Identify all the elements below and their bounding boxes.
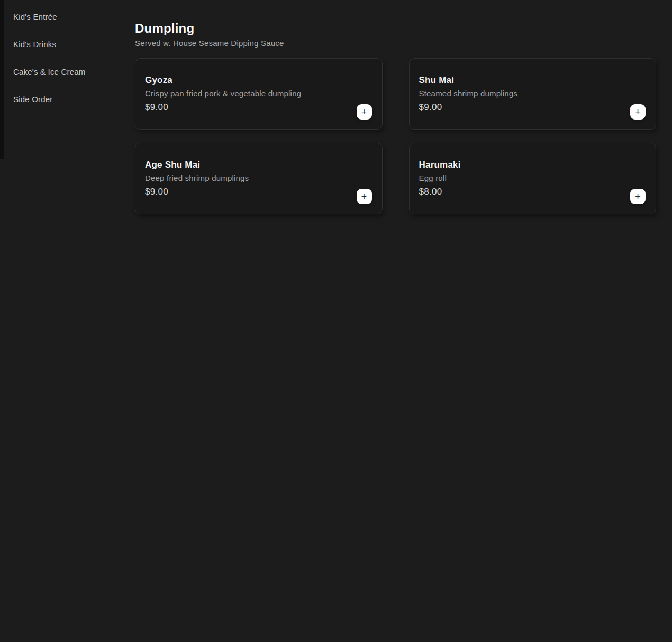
category-sidebar: Kid's Entrée Kid's Drinks Cake's & Ice C… — [0, 0, 135, 123]
menu-item-description: Egg roll — [419, 173, 646, 184]
plus-icon: + — [361, 192, 367, 201]
menu-item-name: Shu Mai — [419, 75, 646, 86]
plus-icon: + — [361, 107, 367, 117]
add-item-button[interactable]: + — [357, 189, 372, 204]
menu-item-name: Harumaki — [419, 159, 646, 171]
menu-item-price: $9.00 — [419, 102, 646, 113]
add-item-button[interactable]: + — [357, 104, 372, 120]
menu-item-price: $8.00 — [419, 186, 646, 198]
menu-section: Dumpling Served w. House Sesame Dipping … — [135, 0, 656, 214]
menu-item-name: Gyoza — [145, 75, 371, 86]
add-item-button[interactable]: + — [630, 189, 646, 204]
plus-icon: + — [635, 192, 641, 201]
menu-item-card-shu-mai[interactable]: Shu Mai Steamed shrimp dumplings $9.00 + — [409, 58, 657, 130]
menu-item-description: Steamed shrimp dumplings — [419, 88, 646, 99]
menu-item-description: Crispy pan fried pork & vegetable dumpli… — [145, 88, 371, 99]
menu-item-price: $9.00 — [145, 102, 371, 113]
sidebar-item-kids-entree[interactable]: Kid's Entrée — [13, 13, 135, 21]
sidebar-item-side-order[interactable]: Side Order — [13, 95, 135, 104]
menu-item-card-age-shu-mai[interactable]: Age Shu Mai Deep fried shrimp dumplings … — [135, 143, 383, 214]
menu-item-description: Deep fried shrimp dumplings — [145, 173, 371, 184]
menu-item-name: Age Shu Mai — [145, 159, 371, 171]
sidebar-item-cakes-ice-cream[interactable]: Cake's & Ice Cream — [13, 68, 135, 76]
menu-item-card-gyoza[interactable]: Gyoza Crispy pan fried pork & vegetable … — [135, 58, 383, 130]
plus-icon: + — [635, 107, 641, 117]
add-item-button[interactable]: + — [630, 104, 646, 120]
menu-items-grid: Gyoza Crispy pan fried pork & vegetable … — [135, 58, 656, 214]
menu-item-price: $9.00 — [145, 186, 371, 198]
section-title: Dumpling — [135, 21, 656, 36]
section-subtitle: Served w. House Sesame Dipping Sauce — [135, 38, 656, 49]
sidebar-item-kids-drinks[interactable]: Kid's Drinks — [13, 40, 135, 49]
menu-item-card-harumaki[interactable]: Harumaki Egg roll $8.00 + — [409, 143, 657, 214]
